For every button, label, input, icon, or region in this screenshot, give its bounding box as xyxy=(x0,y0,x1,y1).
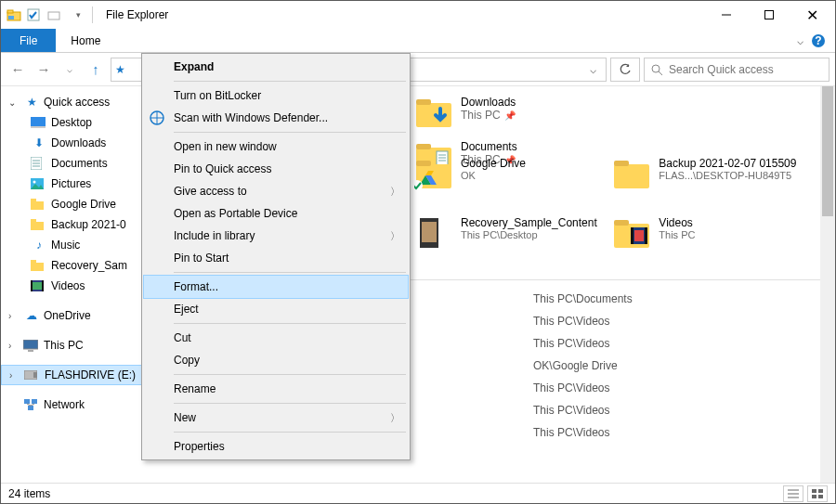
ctx-rename[interactable]: Rename xyxy=(144,378,408,400)
svg-rect-28 xyxy=(42,280,44,291)
qat-dropdown-icon[interactable]: ▾ xyxy=(68,10,88,19)
svg-rect-35 xyxy=(28,406,33,410)
svg-rect-47 xyxy=(416,161,431,166)
folder-tile[interactable]: Recovery_Sample_ContentThis PC\Desktop xyxy=(414,216,609,250)
qat-separator xyxy=(92,6,93,23)
nav-toolbar: ← → ⌵ ↑ ★ ⌵ Search Quick access xyxy=(1,53,835,86)
svg-rect-57 xyxy=(645,227,647,244)
ctx-eject[interactable]: Eject xyxy=(144,298,408,320)
pin-icon: 📌 xyxy=(504,110,516,121)
folder-tile[interactable]: Google DriveOK xyxy=(414,157,609,190)
svg-rect-6 xyxy=(765,11,774,19)
app-icon xyxy=(7,7,27,22)
svg-point-18 xyxy=(33,181,36,184)
svg-rect-27 xyxy=(31,280,33,291)
back-button[interactable]: ← xyxy=(7,58,29,81)
ctx-new[interactable]: New〉 xyxy=(144,407,408,429)
videos-folder-icon xyxy=(612,216,651,250)
home-tab[interactable]: Home xyxy=(56,29,115,52)
svg-rect-2 xyxy=(8,16,14,19)
quickaccess-star-icon: ★ xyxy=(115,63,125,76)
svg-rect-29 xyxy=(23,340,38,349)
svg-line-36 xyxy=(27,404,31,406)
context-menu: Expand Turn on BitLocker Scan with Windo… xyxy=(141,53,411,460)
submenu-arrow-icon: 〉 xyxy=(390,411,400,425)
up-button[interactable]: ↑ xyxy=(85,58,107,81)
svg-rect-52 xyxy=(422,222,437,242)
ctx-pin-quick-access[interactable]: Pin to Quick access xyxy=(144,158,408,180)
recovery-folder-icon xyxy=(414,216,453,250)
ctx-include-library[interactable]: Include in library〉 xyxy=(144,225,408,247)
svg-rect-12 xyxy=(31,126,46,128)
svg-rect-39 xyxy=(416,99,431,105)
ctx-open-new-window[interactable]: Open in new window xyxy=(144,136,408,158)
vertical-scrollbar[interactable] xyxy=(820,86,835,483)
svg-rect-58 xyxy=(634,230,644,241)
qat-properties-icon[interactable] xyxy=(27,8,47,21)
svg-rect-69 xyxy=(818,489,823,493)
svg-rect-49 xyxy=(614,164,649,188)
svg-rect-70 xyxy=(812,495,816,498)
history-dropdown[interactable]: ⌵ xyxy=(59,58,81,81)
svg-rect-54 xyxy=(614,220,629,226)
svg-rect-50 xyxy=(614,161,629,166)
ctx-cut[interactable]: Cut xyxy=(144,327,408,349)
qat-newfolder-icon[interactable] xyxy=(47,8,68,21)
ctx-give-access[interactable]: Give access to〉 xyxy=(144,180,408,202)
submenu-arrow-icon: 〉 xyxy=(390,229,400,243)
svg-rect-21 xyxy=(31,222,44,230)
gdrive-folder-icon xyxy=(414,157,453,190)
search-box[interactable]: Search Quick access xyxy=(644,58,829,82)
svg-line-37 xyxy=(31,404,34,406)
ctx-expand[interactable]: Expand xyxy=(144,56,408,78)
search-icon xyxy=(650,63,663,76)
ctx-bitlocker[interactable]: Turn on BitLocker xyxy=(144,84,408,107)
svg-rect-20 xyxy=(31,199,36,202)
ctx-copy[interactable]: Copy xyxy=(144,349,408,371)
ctx-properties[interactable]: Properties xyxy=(144,435,408,458)
svg-rect-26 xyxy=(33,282,42,290)
svg-rect-30 xyxy=(28,350,33,352)
folder-tile[interactable]: Backup 2021-02-07 015509FLAS...\DESKTOP-… xyxy=(612,157,816,190)
svg-rect-1 xyxy=(7,10,13,13)
details-view-button[interactable] xyxy=(783,485,803,502)
titlebar: ▾ File Explorer ✕ xyxy=(1,1,835,29)
body: ⌄★Quick access Desktop ⬇Downloads Docume… xyxy=(1,86,835,483)
address-dropdown-icon[interactable]: ⌵ xyxy=(584,63,602,76)
ctx-format[interactable]: Format... xyxy=(144,276,408,298)
downloads-folder-icon xyxy=(414,96,453,129)
ribbon-expand-icon[interactable]: ⌵ xyxy=(790,29,811,52)
svg-rect-22 xyxy=(31,219,36,223)
svg-rect-23 xyxy=(31,263,44,271)
svg-point-9 xyxy=(652,65,660,72)
large-icons-view-button[interactable] xyxy=(807,485,828,502)
scroll-thumb[interactable] xyxy=(822,86,833,216)
folder-icon xyxy=(612,157,651,190)
forward-button[interactable]: → xyxy=(33,58,55,81)
folder-tile[interactable]: VideosThis PC xyxy=(612,216,807,250)
svg-rect-33 xyxy=(24,399,30,404)
refresh-button[interactable] xyxy=(610,58,640,82)
svg-line-10 xyxy=(659,71,662,75)
item-count: 24 items xyxy=(8,487,50,500)
folder-tile[interactable]: DownloadsThis PC📌 xyxy=(414,96,609,129)
svg-rect-32 xyxy=(33,372,37,378)
help-icon[interactable]: ? xyxy=(811,29,829,52)
svg-rect-4 xyxy=(48,12,59,19)
svg-rect-11 xyxy=(31,117,46,126)
minimize-button[interactable] xyxy=(705,1,748,29)
svg-rect-71 xyxy=(818,495,823,498)
ctx-defender[interactable]: Scan with Windows Defender... xyxy=(144,107,408,129)
svg-rect-41 xyxy=(416,144,431,149)
ribbon-tabs: File Home ⌵ ? xyxy=(1,29,835,53)
close-button[interactable]: ✕ xyxy=(790,1,833,29)
ctx-pin-start[interactable]: Pin to Start xyxy=(144,247,408,269)
svg-rect-56 xyxy=(631,227,634,244)
submenu-arrow-icon: 〉 xyxy=(390,185,400,199)
svg-rect-19 xyxy=(31,201,44,210)
svg-rect-34 xyxy=(32,399,37,404)
maximize-button[interactable] xyxy=(748,1,790,29)
file-tab[interactable]: File xyxy=(1,29,56,52)
svg-rect-24 xyxy=(31,260,36,264)
ctx-portable-device[interactable]: Open as Portable Device xyxy=(144,202,408,225)
